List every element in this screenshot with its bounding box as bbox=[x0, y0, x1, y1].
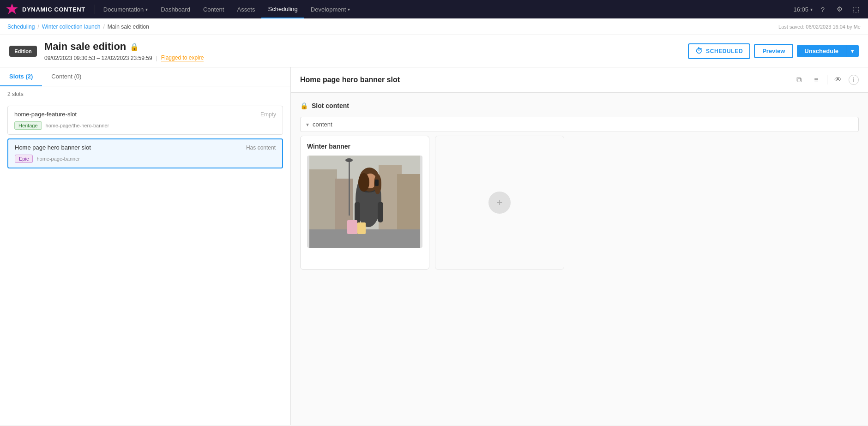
slot-card-1-header: home-page-feature-slot Empty bbox=[14, 111, 276, 118]
pipe-separator: | bbox=[156, 55, 157, 61]
action-divider bbox=[827, 75, 827, 84]
documentation-arrow-icon: ▾ bbox=[145, 7, 148, 12]
lock-icon: 🔒 bbox=[130, 42, 139, 51]
slot-card-feature[interactable]: home-page-feature-slot Empty Heritage ho… bbox=[7, 106, 283, 135]
slot-1-path: home-page/the-hero-banner bbox=[46, 123, 109, 128]
nav-right-area: 16:05 ▾ ? ⚙ ⬚ bbox=[793, 3, 862, 16]
svg-rect-2 bbox=[309, 169, 337, 234]
main-content: Slots (2) Content (0) 2 slots home-page-… bbox=[0, 67, 868, 425]
app-name: DYNAMIC CONTENT bbox=[22, 6, 85, 13]
svg-point-13 bbox=[358, 173, 369, 192]
settings-button[interactable]: ⚙ bbox=[833, 3, 846, 16]
right-panel: Home page hero banner slot ⧉ ≡ 👁 i 🔒 Slo… bbox=[291, 67, 868, 425]
breadcrumb-scheduling[interactable]: Scheduling bbox=[7, 24, 35, 30]
top-navigation: DYNAMIC CONTENT Documentation ▾ Dashboar… bbox=[0, 0, 868, 18]
breadcrumb-current: Main sale edition bbox=[108, 24, 149, 30]
svg-rect-19 bbox=[378, 202, 383, 222]
date-range: 09/02/2023 09:30:53 – 12/02/2023 23:59:5… bbox=[44, 55, 152, 61]
nav-item-content[interactable]: Content bbox=[197, 0, 231, 18]
eye-icon[interactable]: 👁 bbox=[831, 73, 845, 87]
breadcrumb: Scheduling / Winter collection launch / … bbox=[7, 24, 149, 30]
right-panel-title: Home page hero banner slot bbox=[300, 76, 400, 84]
svg-rect-6 bbox=[349, 160, 350, 216]
logo-icon bbox=[6, 3, 18, 16]
svg-point-7 bbox=[345, 158, 353, 162]
time-arrow-icon: ▾ bbox=[810, 7, 813, 12]
nav-divider-1 bbox=[95, 5, 95, 14]
section-label: content bbox=[313, 121, 332, 128]
content-section-header[interactable]: ▾ content bbox=[300, 117, 859, 132]
breadcrumb-winter-collection[interactable]: Winter collection launch bbox=[42, 24, 101, 30]
add-content-button[interactable]: + bbox=[488, 192, 511, 214]
slot-2-tag: Epic bbox=[15, 155, 33, 163]
content-cards: Winter banner bbox=[300, 136, 859, 270]
right-panel-header: Home page hero banner slot ⧉ ≡ 👁 i bbox=[291, 67, 868, 93]
tab-content[interactable]: Content (0) bbox=[42, 67, 90, 86]
clock-display: 16:05 ▾ bbox=[793, 6, 813, 13]
scheduled-icon: ⏱ bbox=[695, 47, 703, 55]
content-section: ▾ content Winter banner bbox=[300, 117, 859, 270]
slot-lock-icon: 🔒 bbox=[300, 102, 308, 109]
copy-icon[interactable]: ⧉ bbox=[792, 73, 806, 87]
unschedule-button[interactable]: Unschedule bbox=[797, 45, 846, 57]
last-saved-text: Last saved: 06/02/2023 16:04 by Me bbox=[778, 24, 861, 30]
left-panel: Slots (2) Content (0) 2 slots home-page-… bbox=[0, 67, 291, 425]
slot-card-hero[interactable]: Home page hero banner slot Has content E… bbox=[7, 138, 283, 168]
nav-item-documentation[interactable]: Documentation ▾ bbox=[97, 0, 154, 18]
section-chevron-icon: ▾ bbox=[306, 121, 309, 128]
help-button[interactable]: ? bbox=[816, 3, 829, 16]
add-content-card[interactable]: + bbox=[435, 136, 564, 270]
card-image bbox=[307, 156, 422, 248]
svg-rect-15 bbox=[375, 180, 379, 186]
svg-rect-17 bbox=[347, 220, 357, 234]
nav-item-assets[interactable]: Assets bbox=[230, 0, 261, 18]
save-button[interactable]: ⬚ bbox=[850, 3, 862, 16]
unschedule-dropdown-button[interactable]: ▾ bbox=[846, 45, 859, 57]
page-subtitle: 09/02/2023 09:30:53 – 12/02/2023 23:59:5… bbox=[44, 54, 681, 61]
page-header: Edition Main sale edition 🔒 09/02/2023 0… bbox=[0, 35, 868, 67]
preview-button[interactable]: Preview bbox=[754, 44, 793, 58]
scheduled-status-badge: ⏱ SCHEDULED bbox=[688, 43, 750, 59]
breadcrumb-sep-2: / bbox=[103, 24, 104, 30]
slot-1-name: home-page-feature-slot bbox=[14, 111, 77, 118]
flagged-to-expire-badge[interactable]: Flagged to expire bbox=[161, 54, 204, 61]
winter-banner-card: Winter banner bbox=[300, 136, 429, 270]
slots-count: 2 slots bbox=[0, 86, 290, 102]
slots-list: home-page-feature-slot Empty Heritage ho… bbox=[0, 102, 290, 172]
list-view-icon[interactable]: ≡ bbox=[809, 73, 823, 87]
right-panel-body: 🔒 Slot content ▾ content Winter banner bbox=[291, 93, 868, 425]
svg-marker-0 bbox=[6, 4, 18, 14]
svg-rect-18 bbox=[357, 222, 366, 234]
page-title: Main sale edition 🔒 bbox=[44, 41, 681, 53]
slot-1-tag: Heritage bbox=[14, 121, 42, 130]
development-arrow-icon: ▾ bbox=[348, 7, 350, 12]
card-image-svg bbox=[307, 156, 422, 248]
page-title-area: Main sale edition 🔒 09/02/2023 09:30:53 … bbox=[44, 41, 681, 61]
slot-2-name: Home page hero banner slot bbox=[15, 144, 91, 151]
slot-2-path: home-page-banner bbox=[36, 156, 80, 162]
header-actions: ⏱ SCHEDULED Preview Unschedule ▾ bbox=[688, 43, 859, 59]
logo-area[interactable]: DYNAMIC CONTENT bbox=[6, 3, 85, 16]
unschedule-group: Unschedule ▾ bbox=[797, 45, 859, 57]
tabs-bar: Slots (2) Content (0) bbox=[0, 67, 290, 86]
edition-badge: Edition bbox=[9, 46, 37, 57]
slot-2-tags: Epic home-page-banner bbox=[15, 155, 276, 163]
tab-slots[interactable]: Slots (2) bbox=[0, 67, 42, 86]
svg-rect-5 bbox=[397, 174, 420, 239]
info-icon[interactable]: i bbox=[849, 75, 859, 85]
breadcrumb-bar: Scheduling / Winter collection launch / … bbox=[0, 18, 868, 35]
card-title: Winter banner bbox=[307, 143, 422, 150]
slot-card-2-header: Home page hero banner slot Has content bbox=[15, 144, 276, 151]
slot-content-header: 🔒 Slot content bbox=[300, 102, 859, 109]
right-panel-actions: ⧉ ≡ 👁 i bbox=[792, 73, 859, 87]
breadcrumb-sep-1: / bbox=[37, 24, 39, 30]
slot-1-status: Empty bbox=[260, 111, 276, 118]
slot-2-status: Has content bbox=[246, 144, 276, 151]
slot-1-tags: Heritage home-page/the-hero-banner bbox=[14, 121, 276, 130]
nav-item-scheduling[interactable]: Scheduling bbox=[261, 0, 304, 18]
slot-content-title: Slot content bbox=[312, 102, 349, 109]
nav-item-development[interactable]: Development ▾ bbox=[304, 0, 357, 18]
nav-item-dashboard[interactable]: Dashboard bbox=[154, 0, 197, 18]
